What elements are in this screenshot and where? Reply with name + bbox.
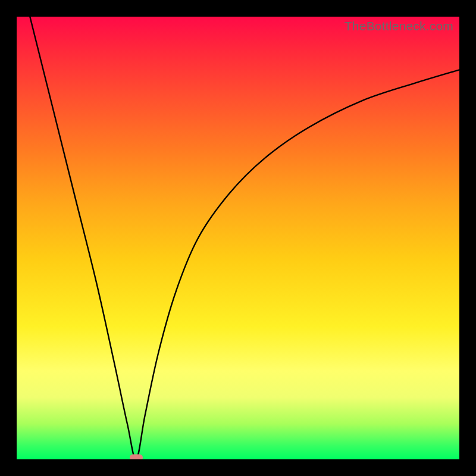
- chart-frame: TheBottleneck.com: [0, 0, 476, 476]
- minimum-marker: [130, 455, 143, 460]
- bottleneck-curve: [17, 17, 459, 459]
- curve-path: [30, 17, 459, 459]
- plot-area: TheBottleneck.com: [17, 17, 459, 459]
